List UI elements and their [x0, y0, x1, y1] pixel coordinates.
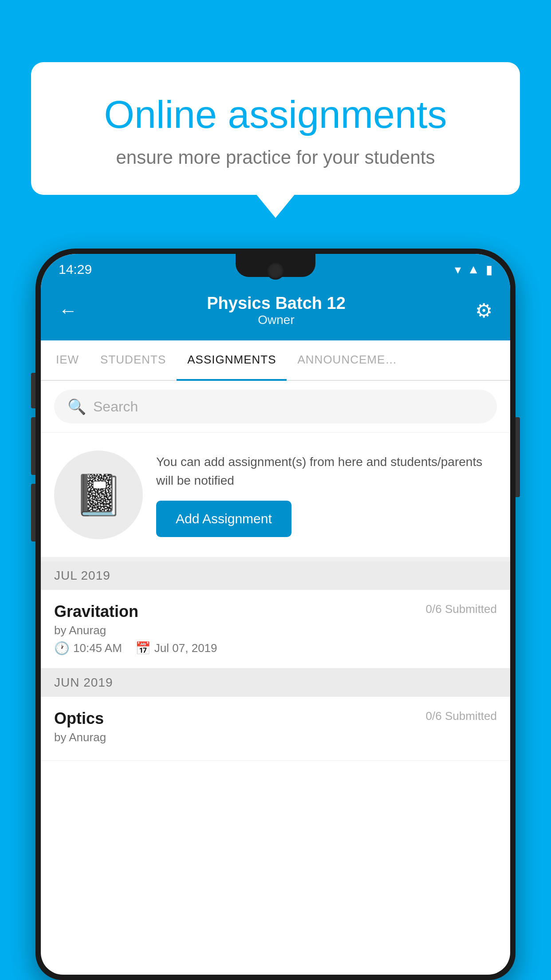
tab-students[interactable]: STUDENTS [90, 340, 177, 381]
assignment-item-gravitation[interactable]: Gravitation 0/6 Submitted by Anurag 🕐 10… [41, 590, 510, 668]
assignment-name-gravitation: Gravitation [54, 602, 138, 621]
search-icon: 🔍 [67, 398, 86, 415]
tabs-bar: IEW STUDENTS ASSIGNMENTS ANNOUNCEME… [41, 340, 510, 381]
phone-frame: 14:29 ▾ ▲ ▮ ← Physics Batch 12 Owner ⚙ I… [35, 249, 516, 980]
assignment-row-top-optics: Optics 0/6 Submitted [54, 709, 497, 728]
assignment-row-top: Gravitation 0/6 Submitted [54, 602, 497, 621]
side-button-vol-down [31, 484, 35, 541]
back-button[interactable]: ← [59, 300, 77, 321]
promo-description: You can add assignment(s) from here and … [156, 453, 497, 490]
side-button-mute [31, 373, 35, 408]
promo-icon-circle: 📓 [54, 450, 143, 539]
header-title-block: Physics Batch 12 Owner [77, 294, 475, 327]
batch-title: Physics Batch 12 [77, 294, 475, 313]
tab-assignments[interactable]: ASSIGNMENTS [177, 340, 287, 381]
batch-subtitle: Owner [77, 313, 475, 327]
promo-block: 📓 You can add assignment(s) from here an… [41, 433, 510, 561]
tab-iew[interactable]: IEW [45, 340, 90, 381]
side-button-vol-up [31, 417, 35, 475]
notebook-icon: 📓 [74, 472, 123, 518]
assignment-submitted-optics: 0/6 Submitted [426, 709, 497, 723]
assignment-by-optics: by Anurag [54, 731, 497, 744]
month-section-jul: JUL 2019 [41, 561, 510, 590]
speech-bubble-container: Online assignments ensure more practice … [31, 62, 520, 195]
phone-notch [236, 254, 315, 277]
tab-announcements[interactable]: ANNOUNCEME… [287, 340, 408, 381]
battery-icon: ▮ [486, 262, 492, 277]
front-camera [267, 262, 284, 280]
time-label-gravitation: 10:45 AM [73, 641, 122, 655]
assignment-by-gravitation: by Anurag [54, 624, 497, 637]
wifi-icon: ▾ [455, 262, 461, 277]
assignment-time-gravitation: 🕐 10:45 AM [54, 641, 122, 656]
add-assignment-button[interactable]: Add Assignment [156, 501, 291, 537]
month-label-jul: JUL 2019 [54, 569, 110, 582]
month-label-jun: JUN 2019 [54, 676, 113, 689]
clock-icon: 🕐 [54, 641, 70, 656]
month-section-jun: JUN 2019 [41, 668, 510, 697]
promo-content: You can add assignment(s) from here and … [156, 453, 497, 537]
speech-bubble: Online assignments ensure more practice … [31, 62, 520, 195]
phone-screen: 14:29 ▾ ▲ ▮ ← Physics Batch 12 Owner ⚙ I… [41, 254, 510, 975]
search-input-wrapper[interactable]: 🔍 Search [54, 390, 497, 423]
date-label-gravitation: Jul 07, 2019 [154, 641, 217, 655]
speech-bubble-subtitle: ensure more practice for your students [67, 147, 484, 168]
status-icons: ▾ ▲ ▮ [455, 262, 492, 277]
assignment-date-gravitation: 📅 Jul 07, 2019 [135, 641, 217, 656]
assignment-meta-gravitation: 🕐 10:45 AM 📅 Jul 07, 2019 [54, 641, 497, 656]
side-button-power [516, 417, 520, 497]
assignment-submitted-gravitation: 0/6 Submitted [426, 602, 497, 616]
assignment-name-optics: Optics [54, 709, 104, 728]
settings-icon[interactable]: ⚙ [475, 299, 492, 322]
search-container: 🔍 Search [41, 381, 510, 433]
assignment-item-optics[interactable]: Optics 0/6 Submitted by Anurag [41, 697, 510, 761]
signal-icon: ▲ [467, 262, 480, 277]
app-header: ← Physics Batch 12 Owner ⚙ [41, 285, 510, 340]
calendar-icon: 📅 [135, 641, 151, 656]
search-placeholder: Search [93, 399, 138, 415]
status-time: 14:29 [59, 262, 92, 277]
speech-bubble-title: Online assignments [67, 93, 484, 136]
